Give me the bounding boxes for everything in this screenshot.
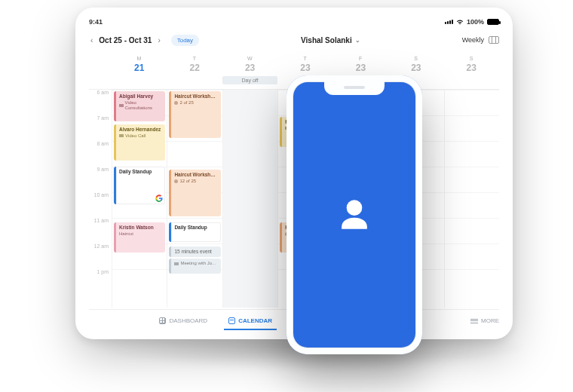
calendar-toolbar: ‹ Oct 25 - Oct 31 › Today Vishal Solanki… [89,30,499,50]
view-mode-icon[interactable] [489,36,499,44]
event-card[interactable]: Kristin Watson Haircut [114,222,165,253]
tab-dashboard[interactable]: DASHBOARD [159,313,207,329]
event-card[interactable]: Daily Standup [114,167,165,204]
event-card[interactable]: Abigail Harvey Video Consultations [114,91,165,121]
calendar-icon [228,317,235,324]
svg-point-0 [347,200,363,216]
menu-icon [470,319,478,323]
today-button[interactable]: Today [171,35,199,46]
user-selector[interactable]: Vishal Solanki ⌄ [301,36,360,44]
battery-percent: 100% [467,18,484,26]
status-time: 9:41 [89,18,103,26]
event-card[interactable]: Alvaro Hernandez Video Call [114,124,165,161]
dashboard-icon [159,317,166,324]
phone-notch [324,81,385,95]
chevron-down-icon: ⌄ [355,37,360,44]
next-week-button[interactable]: › [156,36,161,44]
tab-calendar[interactable]: CALENDAR [228,313,272,329]
time-gutter: 6 am 7 am 8 am 9 am 10 am 11 am 12 am 1 … [89,90,112,308]
day-header-tue[interactable]: T 22 [167,53,222,89]
google-icon [155,194,163,202]
day-header-wed[interactable]: W 23 Day off [222,53,277,89]
video-icon [119,104,124,107]
prev-week-button[interactable]: ‹ [89,36,94,44]
wifi-icon [456,19,464,25]
phone-device [286,75,422,354]
contact-icon [332,192,377,237]
user-name-label: Vishal Solanki [301,36,352,44]
day-column-wed[interactable] [222,90,277,308]
view-mode-label[interactable]: Weekly [462,36,484,44]
day-column-mon[interactable]: Abigail Harvey Video Consultations Alvar… [112,90,167,308]
event-card[interactable]: Haircut Workshops 12 of 25 [169,170,220,216]
people-icon [174,179,178,183]
people-icon [174,101,178,105]
allday-event[interactable]: Day off [222,76,277,84]
battery-icon [487,19,499,25]
day-column-tue[interactable]: Haircut Workshops 2 of 25 Haircut Worksh… [167,90,222,308]
event-card[interactable]: Meeting with Jo... [169,259,220,274]
date-range-label[interactable]: Oct 25 - Oct 31 [99,36,152,44]
video-icon [119,134,124,137]
event-card[interactable]: Haircut Workshops 2 of 25 [169,91,220,138]
status-bar: 9:41 100% [89,17,499,27]
day-header-mon[interactable]: M 21 [112,53,167,89]
event-card[interactable]: 15 minutes event [169,247,220,257]
signal-icon [445,20,453,24]
tab-more[interactable]: MORE [470,317,499,324]
day-header-sun[interactable]: S 23 [444,53,499,89]
video-icon [174,262,179,265]
event-card[interactable]: Daily Standup [169,222,220,242]
day-column-sun[interactable] [444,90,499,308]
